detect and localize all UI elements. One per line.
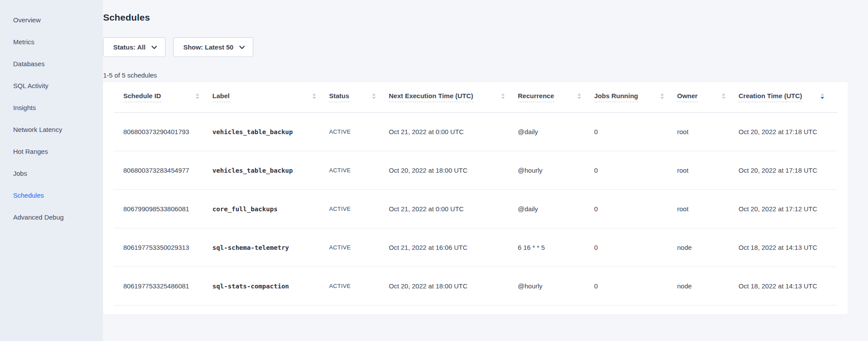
creation-time-cell: Oct 20, 2022 at 17:18 UTC [739,128,837,135]
sidebar-item-label: Network Latency [13,126,62,133]
sidebar: Overview Metrics Databases SQL Activity … [0,0,103,341]
sidebar-item-databases[interactable]: Databases [0,53,103,75]
column-label: Jobs Running [594,92,638,102]
recurrence-cell: @hourly [518,282,594,290]
schedules-table-card: Schedule ID Label Status Next Execution … [103,82,848,314]
chevron-down-icon [151,46,157,50]
sort-asc-arrow-icon [501,93,505,96]
sidebar-item-insights[interactable]: Insights [0,96,103,118]
sort-arrows-icon [722,93,725,101]
sidebar-nav: Overview Metrics Databases SQL Activity … [0,9,103,228]
sort-desc-arrow-icon [372,97,376,99]
recurrence-cell: @daily [518,128,594,135]
sidebar-item-label: Overview [13,16,41,24]
sidebar-item-network-latency[interactable]: Network Latency [0,118,103,140]
sort-arrows-icon [196,93,199,101]
sidebar-item-label: Schedules [13,192,44,199]
sidebar-item-label: Hot Ranges [13,148,48,155]
jobs-running-cell: 0 [594,282,677,290]
show-filter-label: Show: Latest 50 [183,43,233,51]
column-header-label[interactable]: Label [212,82,329,112]
table-row: 806799098533806081 core_full_backups ACT… [114,190,837,228]
column-label: Recurrence [518,92,554,102]
schedule-id-cell: 806800373290401793 [114,128,212,135]
sidebar-item-metrics[interactable]: Metrics [0,31,103,53]
status-cell: ACTIVE [329,283,389,289]
sidebar-item-hot-ranges[interactable]: Hot Ranges [0,140,103,162]
column-label: Schedule ID [123,92,161,102]
column-header-jobs-running[interactable]: Jobs Running [594,82,677,112]
schedule-id-cell: 806799098533806081 [114,205,212,213]
status-filter-label: Status: All [113,43,146,51]
next-execution-time-cell: Oct 21, 2022 at 16:06 UTC [389,244,518,251]
table-row: 806800373290401793 vehicles_table_backup… [114,113,837,151]
sort-arrows-icon [577,93,581,101]
sort-asc-arrow-icon [722,93,725,96]
owner-cell: root [677,128,739,135]
sort-arrows-icon [821,93,824,101]
sort-asc-arrow-icon [821,93,824,96]
creation-time-cell: Oct 18, 2022 at 14:13 UTC [739,244,837,251]
sidebar-item-label: Jobs [13,170,27,177]
table-row: 806197753325486081 sql-stats-compaction … [114,267,837,305]
sidebar-item-sql-activity[interactable]: SQL Activity [0,75,103,96]
recurrence-cell: @hourly [518,167,594,174]
sort-asc-arrow-icon [312,93,316,96]
owner-cell: root [677,167,739,174]
sort-arrows-icon [312,93,316,101]
column-header-status[interactable]: Status [329,82,389,112]
status-cell: ACTIVE [329,128,389,135]
label-cell: vehicles_table_backup [212,128,329,135]
sidebar-item-advanced-debug[interactable]: Advanced Debug [0,206,103,228]
owner-cell: node [677,244,739,251]
label-cell: vehicles_table_backup [212,167,329,174]
column-header-schedule-id[interactable]: Schedule ID [114,82,212,112]
schedule-id-cell: 806800373283454977 [114,167,212,174]
column-label: Status [329,92,349,102]
result-count: 1-5 of 5 schedules [103,71,868,79]
label-cell: sql-stats-compaction [212,283,329,290]
sidebar-item-overview[interactable]: Overview [0,9,103,31]
sort-desc-arrow-icon [196,97,199,99]
sort-asc-arrow-icon [196,93,199,96]
column-header-recurrence[interactable]: Recurrence [518,82,594,112]
status-filter-dropdown[interactable]: Status: All [103,37,165,57]
jobs-running-cell: 0 [594,128,677,135]
column-label: Creation Time (UTC) [739,92,802,102]
recurrence-cell: @daily [518,205,594,213]
next-execution-time-cell: Oct 21, 2022 at 0:00 UTC [389,128,518,135]
chevron-down-icon [239,46,245,50]
page-title: Schedules [103,11,868,24]
show-filter-dropdown[interactable]: Show: Latest 50 [173,37,253,57]
column-header-next-execution-time-utc-[interactable]: Next Execution Time (UTC) [389,82,518,112]
next-execution-time-cell: Oct 20, 2022 at 18:00 UTC [389,282,518,290]
jobs-running-cell: 0 [594,167,677,174]
status-cell: ACTIVE [329,167,389,174]
jobs-running-cell: 0 [594,205,677,213]
sort-asc-arrow-icon [660,93,664,96]
column-label: Label [212,92,230,102]
sort-desc-arrow-icon [501,97,505,99]
column-header-creation-time-utc-[interactable]: Creation Time (UTC) [739,82,837,112]
sidebar-item-schedules[interactable]: Schedules [0,184,103,206]
sort-arrows-icon [501,93,505,101]
owner-cell: root [677,205,739,213]
column-label: Next Execution Time (UTC) [389,92,473,102]
recurrence-cell: 6 16 * * 5 [518,244,594,251]
table-header-row: Schedule ID Label Status Next Execution … [114,82,837,113]
filter-bar: Status: All Show: Latest 50 [103,37,868,57]
owner-cell: node [677,282,739,290]
sort-desc-arrow-icon [821,97,824,99]
column-label: Owner [677,92,698,102]
creation-time-cell: Oct 18, 2022 at 14:13 UTC [739,282,837,290]
next-execution-time-cell: Oct 20, 2022 at 18:00 UTC [389,167,518,174]
sidebar-item-label: SQL Activity [13,82,48,89]
column-header-owner[interactable]: Owner [677,82,739,112]
creation-time-cell: Oct 20, 2022 at 17:18 UTC [739,167,837,174]
sort-desc-arrow-icon [577,97,581,99]
table-row: 806197753350029313 sql-schema-telemetry … [114,228,837,267]
sort-arrows-icon [660,93,664,101]
table-row: 806800373283454977 vehicles_table_backup… [114,151,837,190]
status-cell: ACTIVE [329,244,389,251]
sidebar-item-jobs[interactable]: Jobs [0,162,103,184]
